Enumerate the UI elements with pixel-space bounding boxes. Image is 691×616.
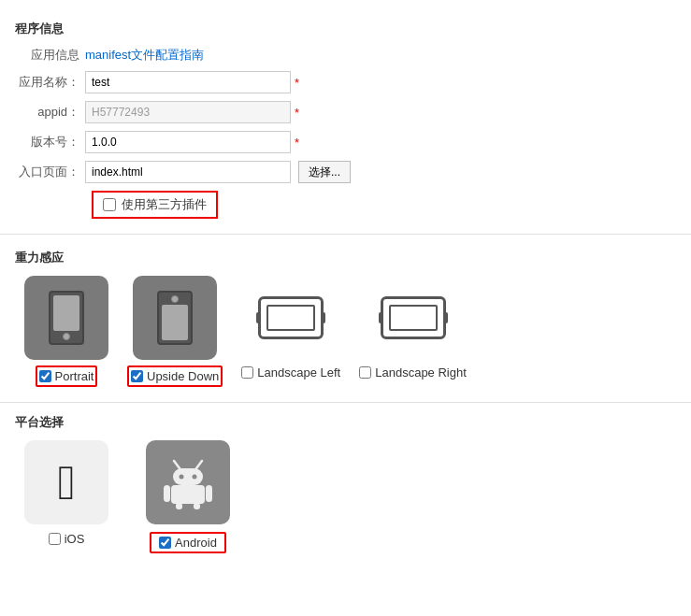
app-name-input[interactable] bbox=[85, 71, 291, 93]
orientation-item-upsidedown: Upside Down bbox=[127, 276, 223, 387]
app-name-label: 应用名称： bbox=[15, 74, 85, 91]
portrait-home bbox=[63, 333, 70, 340]
orientation-title: 重力感应 bbox=[15, 246, 676, 266]
upsidedown-checkbox-row: Upside Down bbox=[127, 365, 223, 387]
ios-checkbox[interactable] bbox=[49, 533, 61, 545]
portrait-screen bbox=[53, 295, 79, 331]
version-label: 版本号： bbox=[15, 134, 85, 150]
upsidedown-checkbox[interactable] bbox=[131, 370, 143, 382]
manifest-link[interactable]: manifest文件配置指南 bbox=[85, 47, 204, 64]
svg-line-0 bbox=[174, 461, 180, 468]
landscape-right-phone bbox=[381, 296, 446, 339]
landscape-left-screen bbox=[266, 305, 315, 331]
landscape-left-icon-box bbox=[249, 276, 333, 360]
orientation-section: 重力感应 Portrait bbox=[0, 238, 691, 403]
svg-rect-8 bbox=[176, 503, 182, 509]
manifest-row: 应用信息 manifest文件配置指南 bbox=[15, 47, 676, 64]
ios-label: iOS bbox=[65, 532, 85, 546]
landscape-right-checkbox-row: Landscape Right bbox=[359, 365, 467, 380]
upsidedown-home bbox=[171, 295, 179, 303]
android-icon-box bbox=[146, 440, 230, 524]
landscape-right-screen bbox=[389, 305, 438, 331]
appid-row: appid： * bbox=[15, 101, 676, 123]
landscape-left-label: Landscape Left bbox=[257, 365, 340, 380]
svg-point-3 bbox=[180, 475, 184, 480]
portrait-phone bbox=[49, 291, 84, 345]
orientation-item-portrait: Portrait bbox=[24, 276, 108, 387]
svg-rect-7 bbox=[206, 485, 212, 502]
third-party-label: 使用第三方插件 bbox=[122, 196, 207, 213]
app-name-required: * bbox=[295, 76, 299, 90]
landscape-right-checkbox[interactable] bbox=[359, 366, 371, 379]
svg-rect-6 bbox=[164, 485, 170, 502]
platform-item-ios:  iOS bbox=[24, 440, 108, 546]
landscape-right-icon-box bbox=[371, 276, 455, 360]
landscape-left-btn2 bbox=[322, 312, 325, 323]
orientation-item-landscape-right: Landscape Right bbox=[359, 276, 467, 380]
landscape-left-checkbox[interactable] bbox=[241, 366, 253, 379]
landscape-right-btn2 bbox=[444, 312, 448, 323]
landscape-left-phone bbox=[258, 296, 324, 339]
appid-label: appid： bbox=[15, 104, 85, 121]
android-label: Android bbox=[175, 536, 217, 550]
third-party-row: 使用第三方插件 bbox=[92, 191, 676, 219]
platform-item-android: Android bbox=[146, 440, 230, 553]
landscape-left-btn bbox=[256, 312, 260, 323]
ios-icon-box:  bbox=[24, 440, 108, 524]
entry-input[interactable] bbox=[85, 161, 291, 183]
app-info-title: 程序信息 bbox=[15, 17, 676, 37]
upsidedown-icon bbox=[133, 276, 217, 360]
select-button[interactable]: 选择... bbox=[298, 161, 351, 183]
portrait-checkbox[interactable] bbox=[39, 370, 51, 382]
orientation-grid: Portrait Upside Down bbox=[24, 276, 676, 387]
svg-rect-5 bbox=[171, 485, 205, 504]
app-info-label-empty: 应用信息 bbox=[15, 47, 85, 64]
entry-label: 入口页面： bbox=[15, 164, 85, 180]
portrait-checkbox-row: Portrait bbox=[36, 365, 98, 387]
android-checkbox[interactable] bbox=[159, 537, 171, 549]
landscape-right-label: Landscape Right bbox=[375, 365, 467, 380]
portrait-label: Portrait bbox=[55, 369, 94, 383]
version-row: 版本号： * bbox=[15, 131, 676, 153]
entry-row: 入口页面： 选择... bbox=[15, 161, 676, 183]
android-robot-icon bbox=[161, 455, 215, 509]
upsidedown-phone bbox=[157, 291, 193, 345]
platform-grid:  iOS bbox=[24, 440, 676, 553]
version-input[interactable] bbox=[85, 131, 291, 153]
main-page: 程序信息 应用信息 manifest文件配置指南 应用名称： * appid： … bbox=[0, 0, 691, 616]
platform-section: 平台选择  iOS bbox=[0, 403, 691, 568]
platform-title: 平台选择 bbox=[15, 410, 676, 431]
landscape-left-checkbox-row: Landscape Left bbox=[241, 365, 340, 380]
android-checkbox-row: Android bbox=[150, 532, 226, 553]
svg-point-4 bbox=[193, 475, 197, 480]
upsidedown-label: Upside Down bbox=[147, 369, 219, 383]
app-info-section: 程序信息 应用信息 manifest文件配置指南 应用名称： * appid： … bbox=[0, 9, 691, 235]
third-party-checkbox[interactable] bbox=[103, 198, 116, 211]
portrait-icon bbox=[24, 276, 108, 360]
orientation-item-landscape-left: Landscape Left bbox=[241, 276, 340, 380]
svg-line-1 bbox=[196, 461, 202, 468]
appid-input[interactable] bbox=[85, 101, 291, 123]
landscape-right-btn bbox=[379, 312, 382, 323]
apple-icon:  bbox=[58, 458, 76, 507]
app-name-row: 应用名称： * bbox=[15, 71, 676, 93]
svg-rect-9 bbox=[194, 503, 200, 509]
ios-checkbox-row: iOS bbox=[49, 532, 85, 546]
svg-rect-2 bbox=[173, 468, 203, 485]
upsidedown-screen bbox=[162, 305, 188, 340]
appid-required: * bbox=[295, 106, 299, 120]
third-party-bordered: 使用第三方插件 bbox=[92, 191, 218, 219]
version-required: * bbox=[295, 136, 299, 150]
